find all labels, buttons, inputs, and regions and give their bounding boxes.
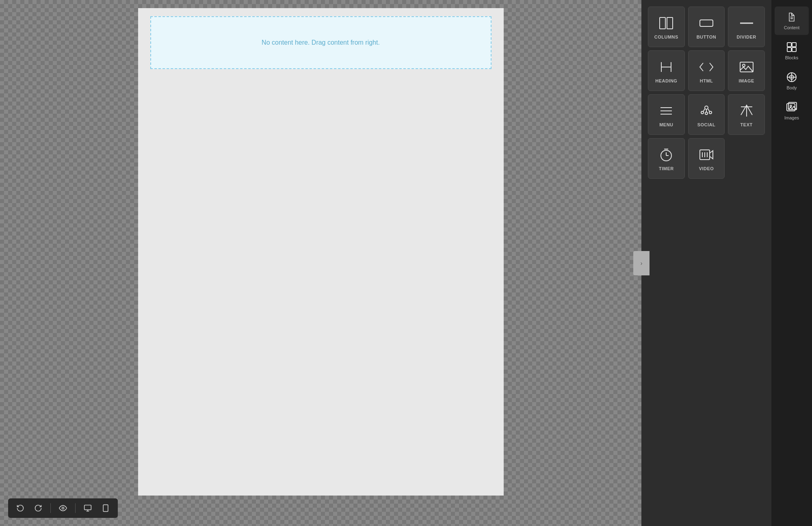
block-text-label: TEXT [741,122,753,127]
svg-line-23 [708,109,710,112]
preview-button[interactable] [56,502,70,515]
sidebar-panel: Content Blocks [771,0,812,526]
drop-zone-text: No content here. Drag content from right… [262,39,380,46]
menu-icon [659,104,673,118]
sidebar-images-label: Images [784,115,799,120]
sidebar-blocks-label: Blocks [785,55,798,60]
block-social[interactable]: SOCIAL [688,94,725,135]
block-html-label: HTML [700,78,713,83]
heading-icon [659,60,673,74]
sidebar-content-label: Content [784,25,800,30]
svg-point-47 [790,105,792,107]
block-menu-label: MENU [659,122,673,127]
block-video[interactable]: VIDEO [688,138,725,179]
blocks-icon [786,41,797,53]
block-menu[interactable]: MENU [648,94,685,135]
html-icon [699,60,714,74]
svg-rect-37 [787,43,791,47]
svg-point-14 [743,64,745,67]
sidebar-item-images[interactable]: Images [775,97,809,125]
mobile-view-button[interactable] [98,502,113,515]
block-divider[interactable]: DIVIDER [728,6,765,47]
bottom-toolbar [8,498,118,518]
columns-icon [659,16,673,30]
undo-button[interactable] [13,502,28,515]
collapse-panel-button[interactable]: › [633,251,650,275]
block-columns[interactable]: COLUMNS [648,6,685,47]
toolbar-divider-2 [75,503,76,513]
block-columns-label: COLUMNS [654,35,678,39]
svg-rect-38 [792,43,796,47]
svg-rect-40 [792,48,796,52]
svg-rect-13 [740,62,753,72]
svg-rect-6 [660,17,665,29]
block-button-label: BUTTON [697,35,717,39]
svg-rect-7 [667,17,673,29]
block-html[interactable]: HTML [688,50,725,91]
sidebar-item-content[interactable]: Content [775,6,809,35]
blocks-grid: COLUMNS BUTTON DIVIDER [648,6,765,179]
toolbar-divider-1 [50,503,51,513]
block-heading[interactable]: HEADING [648,50,685,91]
block-video-label: VIDEO [699,166,714,171]
svg-point-18 [705,106,708,109]
block-timer-label: TIMER [659,166,674,171]
block-heading-label: HEADING [655,78,677,83]
svg-rect-39 [787,48,791,52]
button-icon [699,16,714,30]
block-divider-label: DIVIDER [737,35,756,39]
svg-point-0 [62,507,64,509]
sidebar-item-body[interactable]: Body [775,67,809,95]
drop-zone[interactable]: No content here. Drag content from right… [150,16,492,69]
block-button[interactable]: BUTTON [688,6,725,47]
svg-line-22 [703,109,705,112]
right-panel: COLUMNS BUTTON DIVIDER [641,0,812,526]
block-image[interactable]: IMAGE [728,50,765,91]
desktop-view-button[interactable] [80,502,95,515]
block-social-label: SOCIAL [697,122,716,127]
body-icon [786,71,797,83]
video-icon [699,147,714,162]
svg-rect-8 [700,20,713,26]
images-icon [786,102,797,113]
image-icon [739,60,754,74]
email-canvas: No content here. Drag content from right… [138,8,504,496]
sidebar-body-label: Body [786,85,797,90]
block-timer[interactable]: TIMER [648,138,685,179]
social-icon [699,104,714,118]
text-icon [739,104,754,118]
svg-rect-4 [103,505,108,512]
svg-point-21 [705,112,708,115]
timer-icon [659,147,673,162]
block-image-label: IMAGE [738,78,754,83]
redo-button[interactable] [31,502,45,515]
divider-icon [739,16,754,30]
content-icon [786,11,797,23]
svg-rect-1 [84,505,91,510]
canvas-area: No content here. Drag content from right… [0,0,641,526]
sidebar-item-blocks[interactable]: Blocks [775,37,809,65]
blocks-panel: COLUMNS BUTTON DIVIDER [641,0,771,526]
block-text[interactable]: TEXT [728,94,765,135]
